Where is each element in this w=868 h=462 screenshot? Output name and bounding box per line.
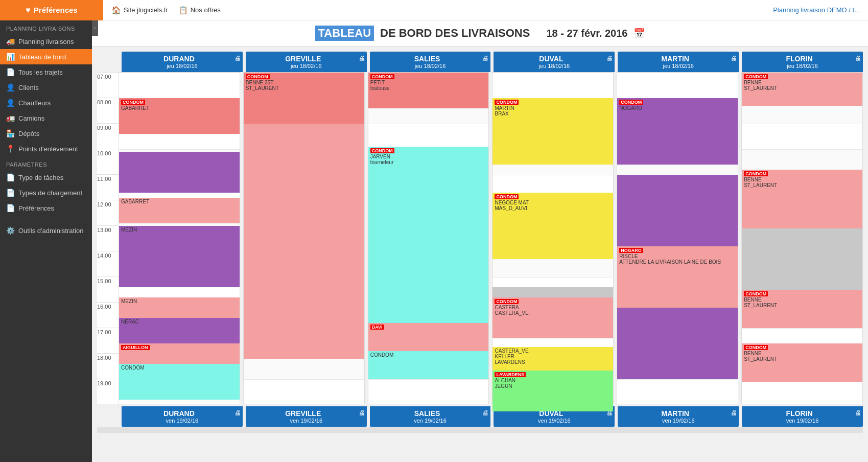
sidebar-item-planning-livraisons[interactable]: 🚚 Planning livraisons [0, 34, 92, 49]
task-icon: 📄 [6, 173, 14, 181]
event-label: CONDOM [121, 100, 145, 105]
print-icon[interactable]: 🖨 [855, 55, 861, 62]
driver-header-bottom: 🖨MARTINven 19/02/16 [618, 406, 739, 427]
logo[interactable]: ♥ Préférences [0, 0, 103, 20]
depot-icon: 🏪 [6, 129, 14, 137]
print-icon[interactable]: 🖨 [731, 55, 737, 62]
scrollbar[interactable] [97, 427, 863, 433]
print-icon-bottom[interactable]: 🖨 [731, 409, 737, 417]
sidebar-item-depots[interactable]: 🏪 Dépôts [0, 126, 92, 141]
driver-header-top: 🖨MARTINjeu 18/02/16 [618, 52, 739, 72]
event-sublabel: CASTERA [495, 305, 519, 310]
calendar-event[interactable]: CONDOM [368, 351, 489, 379]
sidebar-item-clients[interactable]: 👤 Clients [0, 80, 92, 95]
print-icon[interactable]: 🖨 [234, 55, 241, 62]
sidebar-prefs-label: Préférences [18, 204, 54, 212]
event-sublabel: BENNE 25T [246, 80, 273, 85]
topbar-nav: 🏠 Site jlogiciels.fr 📋 Nos offres [103, 6, 773, 15]
time-slot[interactable] [742, 379, 862, 405]
print-icon[interactable]: 🖨 [482, 55, 488, 62]
topbar-right: Planning livraison DEMO / t... [773, 6, 868, 14]
calendar-event[interactable]: CONDOMJARVENtournefeur [368, 147, 489, 249]
calendar-event[interactable]: NOGARORISCLEATTENDRE LA LIVRAISON LAINE … [617, 246, 738, 308]
event-sublabel: ST_LAURENT [744, 85, 777, 91]
event-label: CONDOM [495, 194, 519, 199]
time-slot[interactable] [617, 73, 738, 98]
sidebar-camions-label: Camions [18, 114, 44, 122]
sidebar-item-camions[interactable]: 🚛 Camions [0, 110, 92, 126]
print-icon[interactable]: 🖨 [359, 55, 365, 62]
nav-site[interactable]: 🏠 Site jlogiciels.fr [111, 6, 168, 15]
calendar-event[interactable]: CONDOMNOGARO [617, 98, 738, 165]
time-slot[interactable] [244, 379, 364, 405]
calendar-event[interactable] [742, 228, 862, 290]
event-sublabel: ATTENDRE LA LIVRAISON LAINE DE BOIS [619, 259, 721, 265]
truck-icon: 🚚 [6, 37, 14, 45]
calendar-event[interactable]: MEZIN [119, 226, 240, 287]
nav-offres[interactable]: 📋 Nos offres [178, 6, 221, 15]
time-label: 18.00 [97, 353, 119, 379]
time-label: 10.00 [97, 149, 119, 174]
sidebar-item-trajets[interactable]: 📄 Tous les trajets [0, 64, 92, 80]
calendar-event[interactable]: CONDOMBENNEST_LAURENT [742, 73, 862, 106]
driver-name-bottom: DURAND [163, 409, 195, 418]
calendar-event[interactable]: CONDOM [119, 364, 240, 400]
calendar-event[interactable]: GABARRET [119, 198, 240, 223]
event-sublabel: BRAX [495, 111, 508, 117]
calendar-event[interactable]: CONDOMMARTINBRAX [492, 98, 613, 165]
calendar-event[interactable]: AIGUILLON [119, 343, 240, 364]
driver-header-top: 🖨GREVILLEjeu 18/02/16 [246, 52, 367, 72]
driver-header-top: 🖨DUVALjeu 18/02/16 [494, 52, 615, 72]
calendar-event[interactable] [119, 152, 240, 193]
sidebar-item-points[interactable]: 📍 Points d'enlèvement [0, 141, 92, 156]
driver-header-bottom: 🖨DURANDven 19/02/16 [122, 406, 243, 427]
calendar-event[interactable]: CONDOMBENNEST_LAURENT [742, 290, 862, 328]
calendar-event[interactable]: CONDOMPETITtoulouse [368, 73, 489, 108]
sidebar-trajets-label: Tous les trajets [18, 68, 63, 76]
driver-date-bottom: ven 19/02/16 [744, 418, 861, 424]
calendar-picker-icon[interactable]: 📅 [634, 28, 645, 39]
calendar-event[interactable]: MEZIN [119, 297, 240, 318]
calendar-event[interactable]: LAVARDENSALCHANJEGUN [492, 371, 613, 411]
calendar-event[interactable]: CONDOMBENNEST_LAURENT [742, 343, 862, 382]
calendar-event[interactable]: CONDOMCASTERACASTERA_VE [492, 297, 613, 338]
time-spacer-bottom [97, 406, 119, 427]
print-icon-bottom[interactable]: 🖨 [482, 409, 488, 417]
sidebar-item-type-taches[interactable]: 📄 Type de tâches [0, 170, 92, 185]
time-slot[interactable] [119, 73, 240, 98]
time-slot[interactable] [617, 379, 738, 405]
time-slot[interactable] [492, 73, 613, 98]
calendar-event[interactable]: CONDOMBENNEST_LAURENT [742, 170, 862, 228]
event-sublabel: GABARRET [121, 105, 149, 111]
driver-header-bottom: 🖨FLORINven 19/02/16 [742, 406, 863, 427]
sidebar-chauffeurs-label: Chauffeurs [18, 99, 51, 107]
print-icon-bottom[interactable]: 🖨 [359, 409, 365, 417]
time-slot[interactable] [742, 124, 862, 149]
sidebar-item-types-chargement[interactable]: 📄 Types de chargement [0, 185, 92, 200]
calendar-event[interactable]: CONDOMBENNE 25TST_LAURENT [244, 73, 364, 124]
sidebar-item-chauffeurs[interactable]: 👤 Chauffeurs [0, 95, 92, 110]
calendar-event[interactable]: CONDOMNEGOCE MATMAS_D_AUVI [492, 193, 613, 259]
calendar-event[interactable]: NERAC [119, 318, 240, 343]
sidebar-item-preferences[interactable]: 📄 Préférences [0, 200, 92, 216]
calendar-event[interactable]: CONDOMGABARRET [119, 98, 240, 134]
time-slot[interactable] [368, 124, 489, 149]
sidebar-item-tableau-de-bord[interactable]: 📊 Tableau de bord [0, 49, 92, 64]
logo-label: Préférences [34, 6, 78, 14]
event-label: CONDOM [495, 100, 519, 105]
sidebar-item-admin[interactable]: ⚙️ Outils d'administration [0, 223, 92, 238]
driver-date: jeu 18/02/16 [372, 63, 489, 69]
event-sublabel: CASTERA_VE [495, 310, 528, 316]
sidebar-toggle[interactable]: ‹‹ [92, 20, 98, 36]
driver-date-bottom: ven 19/02/16 [248, 418, 365, 424]
page-header: TABLEAU DE BORD DES LIVRAISONS 18 - 27 f… [92, 20, 868, 47]
calendar-event[interactable]: DAVI [368, 323, 489, 351]
print-icon[interactable]: 🖨 [606, 55, 613, 62]
time-slot[interactable] [368, 379, 489, 405]
calendar-event[interactable] [244, 124, 364, 359]
print-icon-bottom[interactable]: 🖨 [855, 409, 861, 417]
driver-header-bottom: 🖨GREVILLEven 19/02/16 [246, 406, 367, 427]
calendar-event[interactable] [617, 308, 738, 379]
sidebar-admin-label: Outils d'administration [18, 227, 83, 235]
print-icon-bottom[interactable]: 🖨 [234, 409, 241, 417]
